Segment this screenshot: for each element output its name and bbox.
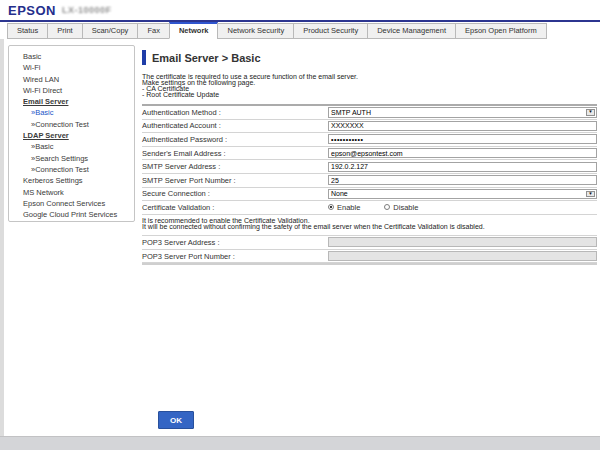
form-row-sender-s-email-address: Sender's Email Address : — [142, 147, 597, 161]
tab-product-security[interactable]: Product Security — [293, 23, 368, 39]
sidebar-item-google-cloud-print-services[interactable]: Google Cloud Print Services — [9, 209, 134, 220]
sidebar-item-email-server[interactable]: Email Server — [9, 96, 134, 107]
sidebar-item-ms-network[interactable]: MS Network — [9, 187, 134, 198]
form-row-smtp-server-address: SMTP Server Address : — [142, 160, 597, 174]
sidebar-item-basic[interactable]: Basic — [9, 51, 134, 62]
authentication-method-selected-value: SMTP AUTH — [331, 109, 371, 116]
sidebar-item-wired-lan[interactable]: Wired LAN — [9, 74, 134, 85]
tab-epson-open-platform[interactable]: Epson Open Platform — [455, 23, 547, 39]
smtp-server-port-number-label: SMTP Server Port Number : — [142, 176, 328, 185]
tab-network-security[interactable]: Network Security — [217, 23, 294, 39]
form-row-smtp-server-port-number: SMTP Server Port Number : — [142, 174, 597, 188]
authenticated-password-field — [328, 133, 597, 146]
ok-button[interactable]: OK — [158, 411, 194, 429]
form-row-secure-connection: Secure Connection :None▼ — [142, 188, 597, 202]
tab-scan-copy[interactable]: Scan/Copy — [82, 23, 139, 39]
sidebar-item-basic[interactable]: »Basic — [9, 107, 134, 118]
pop3-server-address-input — [328, 237, 597, 247]
left-page-margin — [0, 39, 4, 436]
title-accent-bar — [142, 50, 146, 65]
tab-network[interactable]: Network — [169, 22, 219, 39]
certificate-validation-radio-label-disable: Disable — [393, 203, 418, 212]
certificate-validation-radio-enable[interactable]: Enable — [328, 203, 360, 212]
sender-s-email-address-label: Sender's Email Address : — [142, 149, 328, 158]
epson-logo: EPSON — [8, 3, 56, 18]
form-row-authenticated-password: Authenticated Password : — [142, 133, 597, 147]
tab-fax[interactable]: Fax — [137, 23, 170, 39]
tab-print[interactable]: Print — [47, 23, 82, 39]
sidebar-item-basic[interactable]: »Basic — [9, 141, 134, 152]
smtp-server-address-input[interactable] — [328, 162, 597, 172]
secure-connection-label: Secure Connection : — [142, 189, 328, 198]
smtp-server-address-field — [328, 160, 597, 173]
sidebar-item-connection-test[interactable]: »Connection Test — [9, 164, 134, 175]
certificate-validation-label: Certificate Validation : — [142, 203, 328, 212]
radio-selected-icon[interactable] — [328, 204, 334, 210]
sidebar-nav: BasicWi-FiWired LANWi-Fi DirectEmail Ser… — [8, 45, 135, 222]
smtp-server-port-number-field — [328, 174, 597, 187]
pop3-server-port-number-label: POP3 Server Port Number : — [142, 252, 328, 261]
page-title: Email Server > Basic — [142, 50, 597, 65]
authentication-method-select[interactable]: SMTP AUTH▼ — [328, 107, 597, 118]
pop3-form: POP3 Server Address :POP3 Server Port Nu… — [142, 235, 597, 265]
authenticated-account-label: Authenticated Account : — [142, 121, 328, 130]
pop3-server-port-number-input — [328, 251, 597, 261]
form-row-pop3-server-port-number: POP3 Server Port Number : — [142, 250, 597, 264]
sidebar-item-epson-connect-services[interactable]: Epson Connect Services — [9, 198, 134, 209]
sidebar-item-kerberos-settings[interactable]: Kerberos Settings — [9, 175, 134, 186]
secure-connection-select[interactable]: None▼ — [328, 189, 597, 200]
authenticated-password-label: Authenticated Password : — [142, 135, 328, 144]
sidebar-item-wi-fi-direct[interactable]: Wi-Fi Direct — [9, 85, 134, 96]
printer-model-name: LX-10000F — [62, 5, 112, 15]
secure-connection-field: None▼ — [328, 188, 597, 201]
certificate-validation-note: It is recommended to enable the Certific… — [142, 218, 597, 230]
tab-device-management[interactable]: Device Management — [367, 23, 456, 39]
authenticated-password-input[interactable] — [328, 134, 597, 144]
sidebar-item-connection-test[interactable]: »Connection Test — [9, 119, 134, 130]
certificate-validation-radio-disable[interactable]: Disable — [384, 203, 418, 212]
page-title-text: Email Server > Basic — [152, 52, 261, 64]
tab-status[interactable]: Status — [7, 23, 48, 39]
pop3-server-address-label: POP3 Server Address : — [142, 238, 328, 247]
page-description: The certificate is required to use a sec… — [142, 74, 597, 98]
main-content: Email Server > Basic The certificate is … — [142, 50, 597, 265]
sidebar-item-wi-fi[interactable]: Wi-Fi — [9, 62, 134, 73]
sender-s-email-address-field — [328, 147, 597, 160]
sidebar-item-search-settings[interactable]: »Search Settings — [9, 153, 134, 164]
sidebar-item-ldap-server[interactable]: LDAP Server — [9, 130, 134, 141]
pop3-server-port-number-field — [328, 250, 597, 263]
note-line: It will be connected without confirming … — [142, 224, 597, 230]
radio-unselected-icon[interactable] — [384, 204, 390, 210]
dropdown-arrow-icon[interactable]: ▼ — [586, 109, 595, 116]
authentication-method-label: Authentication Method : — [142, 108, 328, 117]
form-row-authentication-method: Authentication Method :SMTP AUTH▼ — [142, 106, 597, 120]
certificate-validation-field: EnableDisable — [328, 201, 597, 214]
form-row-authenticated-account: Authenticated Account : — [142, 120, 597, 134]
tab-bar: StatusPrintScan/CopyFaxNetworkNetwork Se… — [0, 22, 600, 39]
description-line: - Root Certificate Update — [142, 92, 597, 98]
app-header: EPSON LX-10000F — [0, 0, 600, 20]
authentication-method-field: SMTP AUTH▼ — [328, 106, 597, 119]
authenticated-account-field — [328, 120, 597, 133]
form-row-certificate-validation: Certificate Validation :EnableDisable — [142, 201, 597, 215]
form-row-pop3-server-address: POP3 Server Address : — [142, 236, 597, 250]
page-footer-strip — [0, 436, 600, 450]
smtp-server-address-label: SMTP Server Address : — [142, 162, 328, 171]
email-server-form: Authentication Method :SMTP AUTH▼Authent… — [142, 104, 597, 215]
secure-connection-selected-value: None — [331, 190, 348, 197]
pop3-server-address-field — [328, 236, 597, 249]
authenticated-account-input[interactable] — [328, 121, 597, 131]
smtp-server-port-number-input[interactable] — [328, 175, 597, 185]
certificate-validation-radio-label-enable: Enable — [337, 203, 360, 212]
dropdown-arrow-icon[interactable]: ▼ — [586, 191, 595, 198]
sender-s-email-address-input[interactable] — [328, 148, 597, 158]
